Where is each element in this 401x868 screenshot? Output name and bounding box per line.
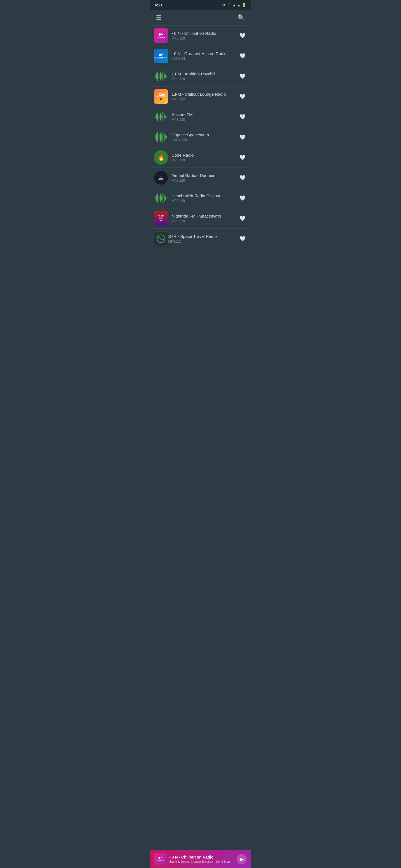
station-logo-on-greatest: N greatest hits bbox=[154, 49, 168, 63]
svg-rect-4 bbox=[160, 72, 161, 81]
favorite-button[interactable]: 🤍 bbox=[238, 112, 247, 122]
nightride-text: NIGHTRIDEFM bbox=[158, 215, 164, 222]
radio-item-1fm-ambient[interactable]: 1.FM - Ambient Psychill MP3:320 🤍 bbox=[150, 66, 251, 87]
svg-rect-10 bbox=[155, 116, 156, 118]
favorite-button[interactable]: 🤍 bbox=[238, 51, 247, 61]
radio-item-nightride[interactable]: NIGHTRIDEFM Nightride FM - Spacesynth MP… bbox=[150, 208, 251, 229]
station-name: - 0 N - Chillout on Radio bbox=[172, 31, 238, 36]
heart-icon: 🤍 bbox=[239, 155, 246, 160]
station-info: 1.FM - Ambient Psychill MP3:320 bbox=[172, 71, 238, 81]
signal-icon: ▲ bbox=[237, 3, 240, 7]
now-playing-logo: N chillout bbox=[154, 853, 167, 865]
mountain-icon: ⛰ bbox=[158, 175, 164, 181]
svg-rect-12 bbox=[157, 113, 158, 121]
favorite-button[interactable]: 🤍 bbox=[238, 132, 247, 142]
svg-rect-26 bbox=[163, 132, 164, 143]
svg-rect-33 bbox=[159, 195, 160, 200]
station-info: Code Radio MP3:128 bbox=[172, 153, 238, 162]
heart-icon: 🤍 bbox=[239, 73, 246, 79]
svg-rect-37 bbox=[164, 195, 165, 201]
favorite-button[interactable]: 🤍 bbox=[238, 92, 247, 101]
station-info: 1.FM - Chillout Lounge Radio MP3:192 bbox=[172, 92, 238, 101]
station-name: STR - Space Travel Radio bbox=[168, 234, 238, 239]
svg-rect-34 bbox=[160, 194, 161, 202]
svg-rect-11 bbox=[156, 114, 157, 119]
radio-item-on-chillout[interactable]: N chillout - 0 N - Chillout on Radio MP3… bbox=[150, 26, 251, 46]
svg-rect-28 bbox=[165, 135, 166, 140]
station-format: MP3:320 bbox=[172, 219, 238, 223]
station-logo-1fm: .FM bbox=[154, 89, 168, 104]
station-info: Fimbul Radio - Danheim MP3:128 bbox=[172, 173, 238, 183]
svg-rect-7 bbox=[164, 73, 165, 79]
favorite-button[interactable]: 🤍 bbox=[238, 153, 247, 162]
station-logo-waveform bbox=[154, 69, 168, 84]
status-icons: ⚙ 📱 ▲ ▲ 🔋 bbox=[222, 3, 246, 7]
station-info: - 0 N - Chillout on Radio MP3:128 bbox=[172, 31, 238, 40]
svg-rect-1 bbox=[156, 73, 157, 79]
svg-rect-6 bbox=[163, 71, 164, 82]
sim-icon: 📱 bbox=[227, 3, 231, 7]
waveform-graphic bbox=[154, 130, 168, 144]
svg-rect-13 bbox=[159, 115, 160, 119]
station-info: Nightride FM - Spacesynth MP3:320 bbox=[172, 214, 238, 223]
station-logo-nightride: NIGHTRIDEFM bbox=[154, 211, 168, 226]
now-playing-bar[interactable]: N chillout - 0 N - Chillout on Radio Bla… bbox=[150, 850, 251, 868]
status-bar: 6:21 ⚙ 📱 ▲ ▲ 🔋 bbox=[150, 0, 251, 10]
station-format: MP3:320 bbox=[172, 77, 238, 81]
radio-item-fimbul[interactable]: ⛰ Fimbul Radio - Danheim MP3:128 🤍 bbox=[150, 168, 251, 188]
now-playing-station: - 0 N - Chillout on Radio bbox=[169, 855, 237, 859]
svg-rect-25 bbox=[161, 135, 162, 140]
waveform-graphic bbox=[154, 191, 168, 205]
station-logo-waveform bbox=[154, 191, 168, 205]
station-logo-waveform bbox=[154, 110, 168, 124]
svg-rect-38 bbox=[165, 196, 166, 199]
station-name: Code Radio bbox=[172, 153, 238, 157]
svg-rect-39 bbox=[166, 197, 167, 199]
station-info: - 0 N - Greatest Hits on Radio AAC+:64 bbox=[172, 51, 238, 61]
radio-item-hirschmilch[interactable]: Hirschmilch Radio Chillout MP3:128 🤍 bbox=[150, 188, 251, 208]
now-playing-info: - 0 N - Chillout on Radio Blank & Jones,… bbox=[169, 855, 237, 863]
favorite-button[interactable]: 🤍 bbox=[238, 234, 247, 243]
svg-rect-35 bbox=[161, 196, 162, 200]
favorite-button[interactable]: 🤍 bbox=[238, 31, 247, 40]
heart-icon: 🤍 bbox=[239, 94, 246, 99]
str-waveform bbox=[156, 234, 166, 244]
menu-button[interactable]: ☰ bbox=[155, 13, 163, 23]
waveform-graphic bbox=[154, 69, 168, 83]
search-button[interactable]: 🔍 bbox=[236, 13, 246, 23]
station-info: STR - Space Travel Radio MP3:128 bbox=[168, 234, 238, 243]
svg-rect-16 bbox=[163, 112, 164, 121]
radio-item-ancient-fm[interactable]: Ancient FM MP3:128 🤍 bbox=[150, 107, 251, 127]
svg-rect-23 bbox=[159, 134, 160, 140]
station-format: AAC+:64 bbox=[172, 57, 238, 61]
favorite-button[interactable]: 🤍 bbox=[238, 173, 247, 183]
radio-item-caprice[interactable]: Caprice Spacesynth AAC+:320 🤍 bbox=[150, 127, 251, 148]
station-name: - 0 N - Greatest Hits on Radio bbox=[172, 51, 238, 56]
svg-rect-29 bbox=[166, 136, 167, 138]
station-name: Ancient FM bbox=[172, 112, 238, 117]
favorite-button[interactable]: 🤍 bbox=[238, 71, 247, 81]
svg-rect-36 bbox=[163, 193, 164, 204]
svg-rect-3 bbox=[159, 74, 160, 79]
svg-rect-24 bbox=[160, 132, 161, 142]
station-name: 1.FM - Chillout Lounge Radio bbox=[172, 92, 238, 96]
radio-item-on-greatest[interactable]: N greatest hits - 0 N - Greatest Hits on… bbox=[150, 46, 251, 66]
svg-rect-20 bbox=[155, 135, 156, 140]
settings-icon: ⚙ bbox=[222, 3, 226, 7]
svg-rect-0 bbox=[155, 74, 156, 78]
station-format: MP3:128 bbox=[172, 199, 238, 203]
station-info: Hirschmilch Radio Chillout MP3:128 bbox=[172, 193, 238, 203]
station-format: MP3:128 bbox=[172, 36, 238, 40]
svg-rect-19 bbox=[166, 116, 167, 117]
svg-rect-14 bbox=[160, 113, 161, 121]
radio-list: N chillout - 0 N - Chillout on Radio MP3… bbox=[150, 26, 251, 268]
radio-item-str[interactable]: STR - Space Travel Radio MP3:128 🤍 bbox=[150, 229, 251, 249]
play-button[interactable]: ▶ bbox=[237, 854, 247, 864]
station-name: Nightride FM - Spacesynth bbox=[172, 214, 238, 218]
favorite-button[interactable]: 🤍 bbox=[238, 214, 247, 223]
radio-item-code-radio[interactable]: 🔥 Code Radio MP3:128 🤍 bbox=[150, 148, 251, 168]
wifi-icon: ▲ bbox=[232, 3, 236, 7]
favorite-button[interactable]: 🤍 bbox=[238, 193, 247, 203]
radio-item-1fm-chillout[interactable]: .FM 1.FM - Chillout Lounge Radio MP3:192… bbox=[150, 87, 251, 107]
svg-rect-31 bbox=[156, 195, 157, 201]
